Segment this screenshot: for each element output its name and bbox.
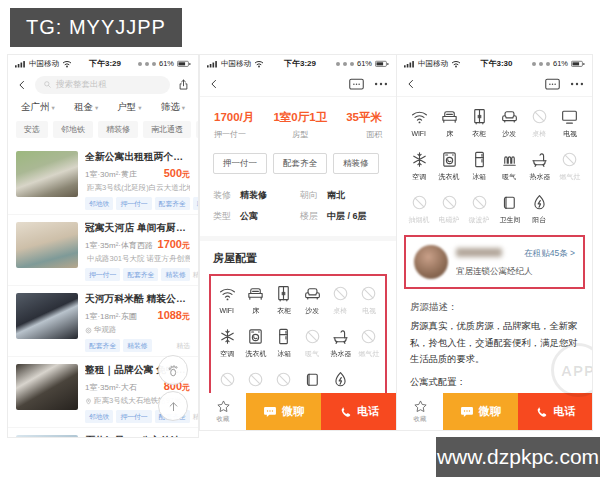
favorite-button[interactable]: 收藏 [397,393,443,430]
listing-item[interactable]: 全新公寓出租租两个月送一个...1室·30m²·黄庄500元距离3号线(北延段)… [8,144,198,215]
listing-location-text: 距离3号线(北延段)白云大道北地铁... [87,183,190,193]
quick-filter-chip[interactable]: 安选 [16,121,48,138]
listing-location: 华观路 [85,325,190,335]
amenity-sofa: 沙发 [298,284,326,316]
status-icon [343,62,347,66]
message-icon[interactable] [349,78,364,91]
filter-tab[interactable]: 筛选▾ [161,101,185,114]
amenity-label: 沙发 [503,129,517,139]
battery-icon [375,60,389,68]
website-watermark: www.dzpkpc.com [436,437,600,477]
amenity-range-hood: 抽烟机 [404,193,434,225]
chat-bubble-icon [263,405,277,419]
wifi-status-icon [62,60,72,68]
status-icon [336,62,340,66]
quick-filter-chip[interactable]: 南北通透 [143,121,191,138]
listing-price: 1088元 [158,309,190,322]
amenity-label: 衣柜 [277,306,291,316]
stat-label: 面积 [366,129,382,140]
wifi-icon [410,107,429,126]
quick-filter-chip[interactable]: 个人 [196,121,198,138]
call-button[interactable]: 电话 [321,393,396,430]
back-to-top-button[interactable] [158,391,188,421]
listing-meta: 1室·35m²·大石 [85,382,137,393]
share-icon[interactable] [177,78,190,91]
amenity-label: 床 [252,306,259,316]
back-icon[interactable] [405,78,417,90]
banned-icon [530,107,549,126]
filter-tab[interactable]: 全广州▾ [21,101,55,114]
washer-icon [246,327,265,346]
stat-value: 1700/月 [214,110,254,125]
amenity-tv: 电视 [555,107,585,139]
amenity-washer: 洗衣机 [434,150,464,182]
listing-item[interactable]: 天河万科米酷 精装公寓 配套...1室·18m²·东圃1088元华观路配套齐全精… [8,286,198,357]
star-icon [413,399,428,414]
status-bar: 中国移动 下午3:29 61% [200,55,396,72]
listing-meta-row: 1室·18m²·东圃1088元 [85,309,190,322]
chat-button[interactable]: 微聊 [246,393,321,430]
amenity-label: WIFI [220,306,235,315]
screenshot-detail-page-2: 中国移动 下午3:30 61% WIFI床衣柜沙发桌椅电视空调洗衣机冰箱暖气热水… [397,55,592,430]
chevron-down-icon: ▾ [52,104,55,112]
chevron-down-icon: ▾ [138,104,141,112]
property-tag: 押一付一 [213,153,267,174]
listing-tag: 押一付一 [85,268,120,281]
section-title: 房屋配置 [200,241,396,271]
listing-body: 全新公寓出租租两个月送一个...1室·30m²·黄庄500元距离3号线(北延段)… [78,151,190,210]
chat-button-label: 微聊 [479,404,501,419]
featured-label: 精选 [193,412,198,422]
search-icon [43,80,52,89]
call-button-label: 电话 [357,404,379,419]
favorite-label: 收藏 [414,415,427,424]
detail-nav-bar [397,72,592,97]
search-nav-bar: 搜索整套出租 [8,72,198,97]
listing-location-text: 华观路 [94,325,117,335]
air-conditioner-icon [410,150,429,169]
amenity-label: 桌椅 [533,129,547,139]
message-icon[interactable] [545,78,560,91]
detail-item: 朝向南北 [300,189,383,202]
listing-tag: 押一付一 [116,197,151,210]
chat-button-label: 微聊 [282,404,304,419]
quick-filter-row: 安选邻地铁精装修南北通透个人 [8,119,198,144]
favorite-button[interactable]: 收藏 [200,393,246,430]
agent-card-red-box[interactable]: 宜居连锁公寓经纪人 在租贴45条 > [404,235,585,289]
listing-tag: 配套齐全 [85,339,120,352]
chat-button[interactable]: 微聊 [443,393,518,430]
call-button[interactable]: 电话 [518,393,593,430]
map-float-button[interactable] [158,355,188,385]
more-icon[interactable] [374,82,388,86]
quick-filter-chip[interactable]: 邻地铁 [53,121,93,138]
water-heater-icon [331,327,350,346]
favorite-label: 收藏 [217,415,230,424]
back-icon[interactable] [208,78,220,90]
amenity-label: 电视 [362,306,376,316]
listing-item[interactable]: 石井红星254公交总站，全新... [8,428,198,437]
listing-meta-row: 1室·30m²·黄庄500元 [85,167,190,180]
listing-title: 冠寓天河店 单间有厨房阳台... [85,222,190,235]
agent-avatar [414,245,448,279]
listing-item[interactable]: 冠寓天河店 单间有厨房阳台...1室·35m²·体育西路1700元中成路301号… [8,215,198,286]
amenity-air-conditioner: 空调 [213,327,241,359]
banned-icon [470,193,489,212]
amenity-wifi: WIFI [213,284,241,316]
battery-icon [177,60,191,68]
agent-listings-link[interactable]: 在租贴45条 > [524,248,575,260]
back-icon[interactable] [16,79,28,91]
amenity-bed: 床 [434,107,464,139]
quick-filter-chip[interactable]: 精装修 [98,121,138,138]
more-icon[interactable] [570,82,584,86]
phone-icon [534,405,548,419]
carrier-label: 中国移动 [221,59,251,69]
amenity-label: 燃气灶 [560,172,581,182]
banned-icon [246,370,265,389]
amenity-label: 燃气灶 [358,349,379,359]
search-input[interactable]: 搜索整套出租 [35,76,170,94]
detail-value: 精装修 [240,189,267,202]
filter-tab[interactable]: 户型▾ [117,101,141,114]
filter-tab[interactable]: 租金▾ [74,101,98,114]
price-unit: 元 [182,170,190,179]
listing-meta: 1室·18m²·东圃 [85,311,137,322]
banned-icon [410,193,429,212]
